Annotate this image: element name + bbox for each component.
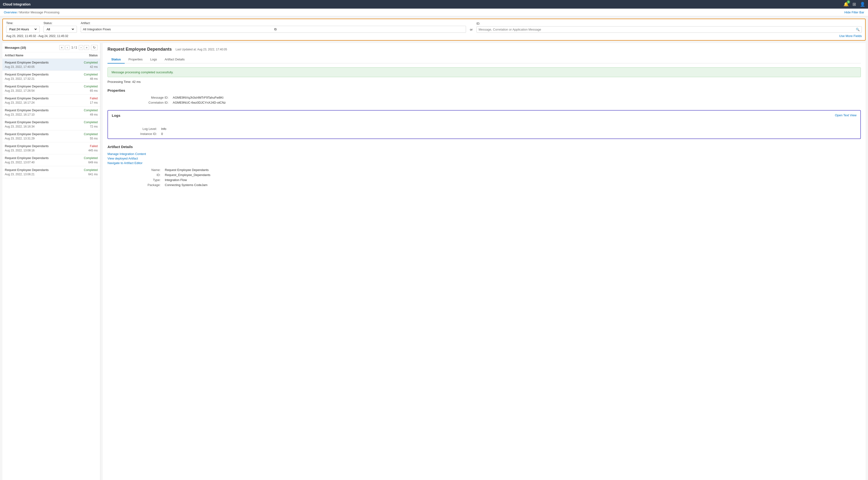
- artifact-links: Manage Integration ContentView deployed …: [107, 152, 861, 165]
- status-success-message: Message processing completed successfull…: [107, 67, 861, 77]
- message-name: Request Employee Dependants: [5, 132, 49, 136]
- message-item[interactable]: Request Employee DependantsCompletedAug …: [2, 119, 100, 130]
- instance-id-label: Instance ID:: [112, 132, 159, 136]
- message-item[interactable]: Request Employee DependantsCompletedAug …: [2, 166, 100, 178]
- use-more-fields-link[interactable]: Use More Fields: [839, 34, 862, 38]
- artifact-name-value: Request Employee Dependants: [165, 168, 275, 172]
- message-duration: 17 ms: [90, 101, 98, 104]
- message-row-top: Request Employee DependantsCompleted: [2, 106, 100, 113]
- logs-box: Logs Open Text View Log Level: Info Inst…: [107, 110, 861, 139]
- message-duration: 42 ms: [90, 65, 98, 68]
- hide-filter-button[interactable]: Hide Filter Bar: [844, 10, 864, 14]
- message-time: Aug 23, 2022, 16:16:34: [5, 125, 35, 128]
- message-row-top: Request Employee DependantsCompleted: [2, 71, 100, 77]
- messages-table-header: Artifact Name Status: [2, 52, 100, 59]
- last-page-button[interactable]: »: [84, 45, 89, 50]
- status-select[interactable]: All Completed Failed Processing: [43, 26, 77, 33]
- artifact-detail-link-0[interactable]: Manage Integration Content: [107, 152, 861, 156]
- message-item[interactable]: Request Employee DependantsFailedAug 23,…: [2, 142, 100, 154]
- message-name: Request Employee Dependants: [5, 120, 49, 124]
- message-name: Request Employee Dependants: [5, 156, 49, 160]
- logs-grid: Log Level: Info Instance ID: 0: [112, 127, 255, 136]
- message-row-top: Request Employee DependantsCompleted: [2, 119, 100, 124]
- total-pages: 1: [75, 46, 77, 49]
- main-content: Messages (10) « ‹ 1 / 1 › » ↻ Artifact N…: [0, 43, 868, 480]
- artifact-type-label: Type:: [107, 178, 162, 182]
- message-item[interactable]: Request Employee DependantsCompletedAug …: [2, 130, 100, 142]
- user-icon[interactable]: 👤: [860, 2, 865, 7]
- id-input-wrap: 🔍: [476, 26, 862, 33]
- pagination: « ‹ 1 / 1 › » ↻: [59, 45, 98, 50]
- logs-title: Logs: [112, 114, 857, 118]
- time-select-input[interactable]: Past 24 Hours Past Hour Past Week Custom: [8, 27, 37, 31]
- time-select[interactable]: Past 24 Hours Past Hour Past Week Custom: [6, 26, 40, 33]
- col-status-header: Status: [89, 54, 98, 57]
- log-level-label: Log Level:: [112, 127, 159, 131]
- status-select-input[interactable]: All Completed Failed Processing: [45, 27, 75, 31]
- message-row-bottom: Aug 23, 2022, 17:32:2148 ms: [2, 77, 100, 83]
- tab-properties[interactable]: Properties: [125, 56, 147, 64]
- artifact-id-value: Request_Employee_Dependants: [165, 173, 275, 177]
- tab-status[interactable]: Status: [107, 56, 125, 64]
- filter-date-row: Aug 23, 2022, 11:45:32 - Aug 24, 2022, 1…: [6, 34, 862, 38]
- page-separator: /: [74, 46, 75, 49]
- message-item[interactable]: Request Employee DependantsFailedAug 23,…: [2, 95, 100, 106]
- artifact-external-link-icon[interactable]: ⧉: [274, 27, 464, 31]
- artifact-package-label: Package:: [107, 183, 162, 187]
- top-navigation: Cloud Integration 🔔 9 ⊞ 👤: [0, 0, 868, 9]
- message-duration: 445 ms: [88, 149, 98, 152]
- message-row-top: Request Employee DependantsCompleted: [2, 59, 100, 65]
- message-name: Request Employee Dependants: [5, 61, 49, 64]
- breadcrumb-overview[interactable]: Overview: [4, 10, 17, 14]
- tab-artifact-details[interactable]: Artifact Details: [161, 56, 188, 64]
- next-page-button[interactable]: ›: [79, 45, 83, 50]
- instance-id-value: 0: [161, 132, 255, 136]
- bell-icon[interactable]: 🔔 9: [843, 2, 849, 7]
- prev-page-button[interactable]: ‹: [65, 45, 69, 50]
- artifact-details-section-title: Artifact Details: [107, 145, 861, 149]
- message-row-top: Request Employee DependantsFailed: [2, 95, 100, 100]
- artifact-input[interactable]: All Integration Flows ⧉: [81, 26, 466, 33]
- message-status: Completed: [84, 121, 98, 124]
- messages-panel: Messages (10) « ‹ 1 / 1 › » ↻ Artifact N…: [2, 43, 100, 480]
- message-item[interactable]: Request Employee DependantsCompletedAug …: [2, 154, 100, 166]
- detail-title: Request Employee Dependants: [107, 47, 172, 52]
- message-status: Completed: [84, 61, 98, 64]
- message-row-bottom: Aug 23, 2022, 13:07:40649 ms: [2, 160, 100, 166]
- properties-grid: Message ID: AGME9NVqJh3sI4MTrF9TahuFw8Kt…: [107, 96, 299, 104]
- filter-or-label: or: [470, 28, 473, 33]
- artifact-id-label: ID:: [107, 173, 162, 177]
- message-item[interactable]: Request Employee DependantsCompletedAug …: [2, 71, 100, 83]
- app-title: Cloud Integration: [3, 2, 31, 6]
- message-item[interactable]: Request Employee DependantsCompletedAug …: [2, 83, 100, 95]
- breadcrumb-separator: /: [18, 10, 19, 14]
- message-row-bottom: Aug 23, 2022, 13:08:16445 ms: [2, 148, 100, 154]
- breadcrumb-current: Monitor Message Processing: [19, 10, 60, 14]
- message-row-top: Request Employee DependantsCompleted: [2, 130, 100, 136]
- message-status: Completed: [84, 109, 98, 112]
- open-text-view-link[interactable]: Open Text View: [835, 114, 857, 117]
- message-item[interactable]: Request Employee DependantsCompletedAug …: [2, 59, 100, 71]
- message-status: Completed: [84, 132, 98, 136]
- filter-row: Time: Past 24 Hours Past Hour Past Week …: [6, 22, 862, 33]
- artifact-filter-field: Artifact: All Integration Flows ⧉: [81, 22, 466, 33]
- artifact-detail-link-2[interactable]: Navigate to Artifact Editor: [107, 161, 861, 165]
- message-row-top: Request Employee DependantsCompleted: [2, 83, 100, 89]
- message-status: Completed: [84, 73, 98, 76]
- status-filter-field: Status: All Completed Failed Processing: [43, 22, 77, 33]
- id-search-input[interactable]: [479, 28, 855, 31]
- grid-icon[interactable]: ⊞: [852, 2, 856, 7]
- message-row-bottom: Aug 23, 2022, 16:17:1049 ms: [2, 113, 100, 118]
- messages-title: Messages (10): [5, 46, 26, 50]
- message-status: Completed: [84, 168, 98, 172]
- id-filter-field: ID: 🔍: [476, 22, 862, 33]
- first-page-button[interactable]: «: [59, 45, 64, 50]
- correlation-id-label: Correlation ID:: [107, 101, 170, 104]
- refresh-button[interactable]: ↻: [91, 45, 98, 50]
- time-label: Time:: [6, 22, 40, 25]
- artifact-detail-link-1[interactable]: View deployed Artifact: [107, 157, 861, 160]
- message-item[interactable]: Request Employee DependantsCompletedAug …: [2, 106, 100, 119]
- messages-list: Request Employee DependantsCompletedAug …: [2, 59, 100, 178]
- tab-logs[interactable]: Logs: [147, 56, 161, 64]
- detail-panel: Request Employee Dependants Last Updated…: [103, 43, 866, 480]
